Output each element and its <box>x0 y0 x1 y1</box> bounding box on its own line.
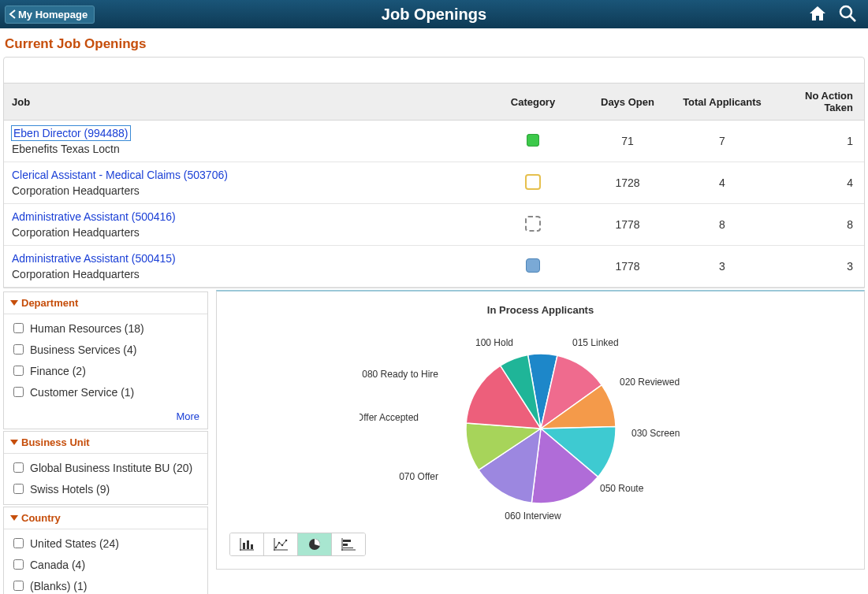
cell-days: 1728 <box>580 162 675 204</box>
cell-total: 3 <box>675 246 769 288</box>
svg-point-9 <box>275 547 278 549</box>
table-row: Administrative Assistant (500415)Corpora… <box>4 246 864 288</box>
job-location: Ebenefits Texas Loctn <box>12 143 478 155</box>
facet-header[interactable]: Department <box>4 292 207 314</box>
pie-label: 020 Reviewed <box>620 377 680 388</box>
category-badge <box>527 134 539 147</box>
facet-item[interactable]: Canada (4) <box>10 554 201 575</box>
svg-point-0 <box>840 6 851 17</box>
pie-label: 070 Offer <box>399 471 438 482</box>
facet-item[interactable]: Human Resources (18) <box>10 317 201 339</box>
svg-rect-18 <box>343 548 353 548</box>
col-total: Total Applicants <box>675 84 769 121</box>
facet-checkbox[interactable] <box>13 462 24 473</box>
svg-rect-4 <box>243 543 245 549</box>
page-title: Job Openings <box>0 6 868 24</box>
cell-days: 1778 <box>580 204 675 246</box>
svg-rect-6 <box>251 544 253 549</box>
facet-label: United States (24) <box>30 537 119 550</box>
facet-department: DepartmentHuman Resources (18)Business S… <box>3 291 208 429</box>
facet-checkbox[interactable] <box>13 387 24 397</box>
facet-item[interactable]: United States (24) <box>10 533 201 554</box>
toolbar-blank <box>4 58 864 84</box>
caret-down-icon <box>10 440 18 446</box>
pie-label: 015 Linked <box>572 337 619 348</box>
svg-rect-17 <box>343 544 348 546</box>
pie-chart: 015 Linked020 Reviewed030 Screen050 Rout… <box>359 322 722 527</box>
table-row: Eben Director (994488)Ebenefits Texas Lo… <box>4 121 864 162</box>
pie-label: 071 Offer Accepted <box>359 412 419 423</box>
facet-checkbox[interactable] <box>13 484 24 494</box>
cell-total: 7 <box>675 121 769 162</box>
facet-label: (Blanks) (1) <box>30 580 87 592</box>
facet-item[interactable]: Global Business Institute BU (20) <box>10 457 201 478</box>
facet-label: Human Resources (18) <box>30 322 144 335</box>
pie-label: 100 Hold <box>475 337 512 348</box>
facet-item[interactable]: Swiss Hotels (9) <box>10 478 201 499</box>
facet-checkbox[interactable] <box>13 581 24 591</box>
job-link[interactable]: Administrative Assistant (500416) <box>12 210 176 223</box>
caret-down-icon <box>10 515 18 522</box>
facet-header[interactable]: Business Unit <box>4 432 207 454</box>
table-row: Administrative Assistant (500416)Corpora… <box>4 204 864 246</box>
facet-checkbox[interactable] <box>13 323 24 333</box>
col-job: Job <box>4 84 486 121</box>
svg-point-10 <box>278 542 281 544</box>
cell-no_action: 3 <box>769 246 864 288</box>
facet-label: Finance (2) <box>30 365 86 377</box>
pie-label: 080 Ready to Hire <box>362 369 438 380</box>
facet-more-link[interactable]: More <box>176 410 199 422</box>
col-category: Category <box>486 84 580 121</box>
svg-point-11 <box>281 544 284 547</box>
pie-label: 030 Screen <box>631 428 680 439</box>
col-days: Days Open <box>580 84 675 121</box>
caret-down-icon <box>10 300 18 306</box>
facet-header[interactable]: Country <box>4 507 207 529</box>
facet-label: Global Business Institute BU (20) <box>30 462 192 474</box>
job-location: Corporation Headquarters <box>12 268 478 280</box>
cell-total: 4 <box>675 162 769 204</box>
svg-rect-5 <box>247 540 249 549</box>
home-icon[interactable] <box>808 5 827 24</box>
section-title: Current Job Openings <box>0 28 868 55</box>
facet-item[interactable]: (Blanks) (1) <box>10 575 201 594</box>
cell-days: 1778 <box>580 246 675 288</box>
table-row: Clerical Assistant - Medical Claims (503… <box>4 162 864 204</box>
facet-checkbox[interactable] <box>13 344 24 355</box>
pie-label: 050 Route <box>600 483 644 494</box>
facet-label: Canada (4) <box>30 559 85 571</box>
facet-label: Customer Service (1) <box>30 386 134 399</box>
hbar-chart-icon[interactable] <box>332 533 365 555</box>
job-link[interactable]: Eben Director (994488) <box>12 126 130 140</box>
pie-label: 060 Interview <box>505 510 561 522</box>
job-location: Corporation Headquarters <box>12 226 478 239</box>
facet-checkbox[interactable] <box>13 366 24 376</box>
svg-rect-16 <box>343 540 351 542</box>
chart-toolbar <box>229 533 366 556</box>
facet-item[interactable]: Finance (2) <box>10 360 201 381</box>
facet-item[interactable]: Business Services (4) <box>10 339 201 360</box>
facet-checkbox[interactable] <box>13 538 24 548</box>
line-chart-icon[interactable] <box>264 533 298 555</box>
facet-item[interactable]: Customer Service (1) <box>10 381 201 403</box>
cell-days: 71 <box>580 121 675 162</box>
category-badge <box>525 216 541 232</box>
facet-label: Business Services (4) <box>30 343 136 356</box>
category-badge <box>525 174 541 190</box>
pie-chart-icon[interactable] <box>298 533 332 555</box>
chart-title: In Process Applicants <box>229 304 851 316</box>
facet-country: CountryUnited States (24)Canada (4)(Blan… <box>3 507 208 594</box>
chart-panel: In Process Applicants 015 Linked020 Revi… <box>216 290 865 570</box>
job-link[interactable]: Clerical Assistant - Medical Claims (503… <box>12 169 228 181</box>
search-icon[interactable] <box>838 4 857 25</box>
facet-label: Swiss Hotels (9) <box>30 483 110 496</box>
bar-chart-icon[interactable] <box>230 533 264 555</box>
svg-point-12 <box>285 540 288 542</box>
job-location: Corporation Headquarters <box>12 184 478 197</box>
col-noaction: No Action Taken <box>769 84 864 121</box>
category-badge <box>526 258 540 273</box>
cell-no_action: 1 <box>769 121 864 162</box>
facet-checkbox[interactable] <box>13 559 24 570</box>
facet-business-unit: Business UnitGlobal Business Institute B… <box>3 431 208 505</box>
job-link[interactable]: Administrative Assistant (500415) <box>12 252 176 265</box>
